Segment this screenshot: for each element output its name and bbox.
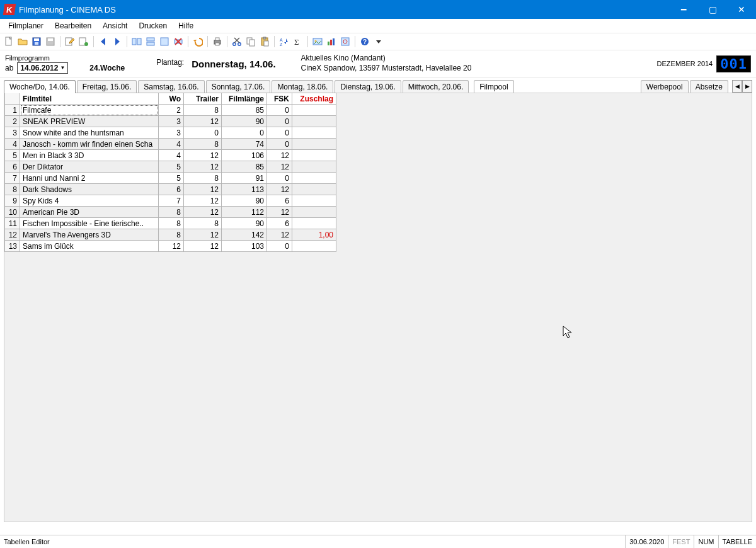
minimize-button[interactable]: ━ [669,0,698,19]
tab-day-6[interactable]: Mittwoch, 20.06. [403,80,469,93]
cell-zuschlag[interactable] [292,173,336,184]
table-row[interactable]: 6Der Diktator5128512 [5,161,336,173]
cell-len[interactable]: 142 [222,229,267,241]
new-icon[interactable] [3,35,15,48]
table-row[interactable]: 13Sams im Glück12121030 [5,241,336,252]
cell-fsk[interactable]: 12 [267,229,292,241]
help-icon[interactable]: ? [358,35,371,48]
cell-len[interactable]: 0 [222,127,267,139]
undo-icon[interactable] [192,35,204,48]
cell-fsk[interactable]: 0 [267,116,292,127]
cell-wo[interactable]: 6 [159,184,184,195]
cell-zuschlag[interactable]: 1,00 [292,229,336,241]
tab-absetze[interactable]: Absetze [690,80,728,93]
sort-icon[interactable]: AZ [278,35,290,48]
cut-icon[interactable] [231,35,243,48]
cell-zuschlag[interactable] [292,139,336,150]
cell-trailer[interactable]: 12 [184,195,222,207]
tab-day-1[interactable]: Freitag, 15.06. [77,80,137,93]
cell-title[interactable]: Men in Black 3 3D [20,150,159,161]
tab-filmpool[interactable]: Filmpool [474,80,513,93]
cell-zuschlag[interactable] [292,195,336,207]
cell-len[interactable]: 112 [222,207,267,218]
table-row[interactable]: 3Snow white and the huntsman3000 [5,127,336,139]
cell-fsk[interactable]: 12 [267,161,292,173]
cell-trailer[interactable]: 12 [184,229,222,241]
cell-trailer[interactable]: 12 [184,150,222,161]
cell-len[interactable]: 91 [222,173,267,184]
cell-fsk[interactable]: 12 [267,207,292,218]
tab-day-0[interactable]: Woche/Do, 14.06. [4,80,76,93]
cell-fsk[interactable]: 0 [267,139,292,150]
cell-len[interactable]: 85 [222,105,267,116]
cell-fsk[interactable]: 12 [267,150,292,161]
tab-day-3[interactable]: Sonntag, 17.06. [206,80,271,93]
cell-trailer[interactable]: 12 [184,241,222,252]
cell-zuschlag[interactable] [292,105,336,116]
menu-bearbeiten[interactable]: Bearbeiten [49,20,97,32]
layout2-icon[interactable] [144,35,157,48]
table-row[interactable]: 4Janosch - komm wir finden einen Scha487… [5,139,336,150]
save-icon[interactable] [30,35,43,48]
col-trailer[interactable]: Trailer [184,93,222,105]
cell-wo[interactable]: 4 [159,139,184,150]
image-icon[interactable] [311,35,324,48]
prev-icon[interactable] [97,35,110,48]
table-row[interactable]: 7Hanni und Nanni 258910 [5,173,336,184]
edit-icon[interactable] [64,35,76,48]
date-combo[interactable]: 14.06.2012 ▼ [17,62,68,74]
cell-fsk[interactable]: 6 [267,218,292,229]
close-button[interactable]: ✕ [727,0,756,19]
cell-len[interactable]: 85 [222,161,267,173]
tab-day-2[interactable]: Samstag, 16.06. [138,80,204,93]
table-row[interactable]: 8Dark Shadows61211312 [5,184,336,195]
help-dropdown-icon[interactable] [372,35,385,48]
menu-drucken[interactable]: Drucken [133,20,173,32]
paste-icon[interactable] [258,35,271,48]
cell-title[interactable]: SNEAK PREVIEW [20,116,159,127]
table-row[interactable]: 2SNEAK PREVIEW312900 [5,116,336,127]
cell-fsk[interactable]: 0 [267,105,292,116]
settings-icon[interactable] [339,35,352,48]
cell-zuschlag[interactable] [292,207,336,218]
col-filmtitel[interactable]: Filmtitel [20,93,159,105]
cell-fsk[interactable]: 6 [267,195,292,207]
cell-title[interactable]: Sams im Glück [20,241,159,252]
cell-fsk[interactable]: 12 [267,184,292,195]
print-icon[interactable] [211,35,224,48]
chart-icon[interactable] [325,35,338,48]
table-row[interactable]: 1Filmcafe28850 [5,105,336,116]
table-row[interactable]: 9Spy Kids 4712906 [5,195,336,207]
cell-wo[interactable]: 7 [159,195,184,207]
table-row[interactable]: 5Men in Black 3 3D41210612 [5,150,336,161]
cell-zuschlag[interactable] [292,127,336,139]
cell-len[interactable]: 90 [222,116,267,127]
cell-title[interactable]: Filmcafe [20,105,159,116]
edit2-icon[interactable] [77,35,90,48]
cell-fsk[interactable]: 0 [267,127,292,139]
next-icon[interactable] [111,35,123,48]
cell-trailer[interactable]: 0 [184,127,222,139]
cell-wo[interactable]: 2 [159,105,184,116]
col-filmlaenge[interactable]: Filmlänge [222,93,267,105]
cell-trailer[interactable]: 12 [184,184,222,195]
cell-wo[interactable]: 3 [159,116,184,127]
copy-icon[interactable] [244,35,257,48]
cell-len[interactable]: 113 [222,184,267,195]
cell-wo[interactable]: 5 [159,173,184,184]
cell-zuschlag[interactable] [292,116,336,127]
delete-row-icon[interactable] [172,35,185,48]
cell-fsk[interactable]: 0 [267,173,292,184]
cell-wo[interactable]: 4 [159,150,184,161]
cell-title[interactable]: Dark Shadows [20,184,159,195]
tab-werbepool[interactable]: Werbepool [641,80,689,93]
cell-zuschlag[interactable] [292,150,336,161]
cell-zuschlag[interactable] [292,161,336,173]
menu-filmplaner[interactable]: Filmplaner [3,20,49,32]
cell-len[interactable]: 74 [222,139,267,150]
cell-wo[interactable]: 8 [159,218,184,229]
film-grid[interactable]: Filmtitel Wo Trailer Filmlänge FSK Zusch… [4,93,336,252]
cell-len[interactable]: 103 [222,241,267,252]
layout3-icon[interactable] [158,35,171,48]
table-row[interactable]: 12Marvel's The Avengers 3D812142121,00 [5,229,336,241]
